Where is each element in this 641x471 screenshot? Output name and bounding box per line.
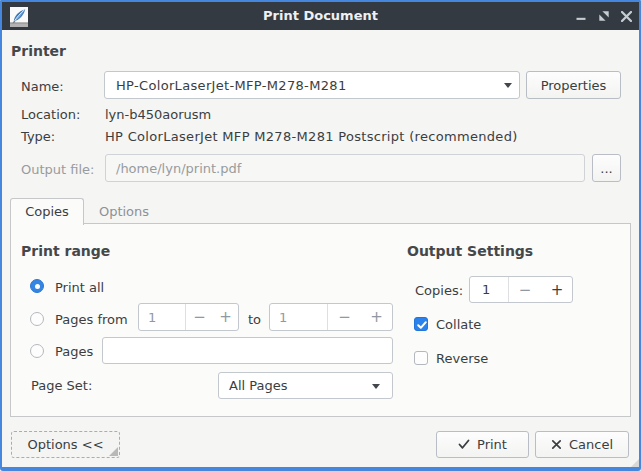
tab-options[interactable]: Options	[84, 199, 164, 224]
reverse-checkbox[interactable]	[414, 351, 428, 365]
output-file-value: /home/lyn/print.pdf	[116, 161, 241, 176]
minimize-button[interactable]	[570, 2, 592, 30]
window-title: Print Document	[2, 2, 639, 30]
browse-button-label: ...	[600, 161, 612, 176]
tab-copies-label: Copies	[25, 204, 69, 219]
to-page-value: 1	[279, 304, 287, 330]
plus-icon: +	[370, 308, 383, 326]
from-page-increment-button[interactable]: +	[212, 304, 239, 330]
pages-from-label[interactable]: Pages from	[55, 312, 128, 327]
close-icon	[621, 11, 632, 22]
to-page-spinbox[interactable]: 1 − +	[269, 303, 393, 331]
copies-increment-button[interactable]: +	[541, 277, 573, 302]
plus-icon: +	[551, 281, 564, 299]
options-toggle-button[interactable]: Options <<	[11, 431, 120, 458]
copies-spinbox[interactable]: 1 − +	[469, 276, 573, 303]
location-value: lyn-b450aorusm	[105, 107, 211, 122]
page-set-dropdown-arrow-icon	[372, 384, 380, 389]
printer-name-label: Name:	[21, 79, 64, 94]
print-check-icon	[458, 439, 470, 450]
browse-button[interactable]: ...	[592, 154, 621, 182]
cancel-button-label: Cancel	[569, 437, 613, 452]
print-all-label[interactable]: Print all	[55, 280, 104, 295]
print-button[interactable]: Print	[436, 431, 529, 458]
location-label: Location:	[21, 107, 80, 122]
maximize-button[interactable]	[593, 2, 615, 30]
print-button-label: Print	[477, 437, 507, 452]
titlebar[interactable]: Print Document	[2, 2, 639, 30]
printer-name-value: HP-ColorLaserJet-MFP-M278-M281	[116, 78, 347, 93]
print-range-heading: Print range	[21, 243, 110, 259]
page-set-value: All Pages	[229, 378, 288, 393]
tab-copies[interactable]: Copies	[10, 198, 84, 225]
reverse-label[interactable]: Reverse	[436, 351, 488, 366]
properties-button[interactable]: Properties	[526, 71, 621, 99]
print-all-radio[interactable]	[30, 279, 44, 293]
pages-label[interactable]: Pages	[55, 344, 93, 359]
copies-decrement-button[interactable]: −	[509, 277, 541, 302]
pages-input[interactable]	[102, 337, 393, 364]
close-button[interactable]	[616, 2, 638, 30]
copies-value: 1	[482, 277, 490, 302]
plus-icon: +	[219, 308, 232, 326]
type-label: Type:	[21, 129, 55, 144]
cancel-button[interactable]: Cancel	[535, 431, 629, 458]
minimize-icon	[576, 11, 586, 21]
tab-options-label: Options	[99, 204, 149, 219]
output-settings-heading: Output Settings	[407, 243, 533, 259]
printer-name-combobox[interactable]: HP-ColorLaserJet-MFP-M278-M281	[104, 71, 520, 99]
checkmark-icon	[416, 319, 428, 331]
from-page-decrement-button[interactable]: −	[186, 304, 213, 330]
to-label: to	[248, 312, 261, 327]
type-value: HP ColorLaserJet MFP M278-M281 Postscrip…	[105, 129, 518, 144]
output-file-input[interactable]: /home/lyn/print.pdf	[105, 154, 585, 182]
options-toggle-label: Options <<	[27, 437, 103, 452]
pages-from-radio[interactable]	[30, 312, 44, 326]
minus-icon: −	[519, 281, 532, 299]
from-page-spinbox[interactable]: 1 − +	[138, 303, 239, 331]
minus-icon: −	[338, 308, 351, 326]
maximize-icon	[599, 11, 609, 21]
printer-name-dropdown-arrow-icon	[504, 83, 512, 88]
cancel-x-icon	[551, 439, 562, 450]
properties-button-label: Properties	[541, 78, 607, 93]
page-set-combobox[interactable]: All Pages	[218, 372, 393, 399]
pages-radio[interactable]	[30, 344, 44, 358]
collate-checkbox[interactable]	[414, 317, 428, 331]
from-page-value: 1	[148, 304, 156, 330]
print-dialog-window: Print Document Printer Name: HP-ColorLas…	[0, 0, 641, 471]
page-set-label: Page Set:	[31, 378, 92, 393]
window-resize-grip[interactable]	[631, 459, 639, 467]
printer-section-heading: Printer	[11, 43, 66, 59]
output-file-label: Output file:	[21, 162, 94, 177]
copies-label: Copies:	[415, 283, 463, 298]
radio-dot	[35, 284, 40, 289]
to-page-increment-button[interactable]: +	[360, 304, 393, 330]
to-page-decrement-button[interactable]: −	[328, 304, 361, 330]
button-corner-grip-icon	[109, 447, 118, 456]
collate-label[interactable]: Collate	[436, 317, 481, 332]
minus-icon: −	[193, 308, 206, 326]
